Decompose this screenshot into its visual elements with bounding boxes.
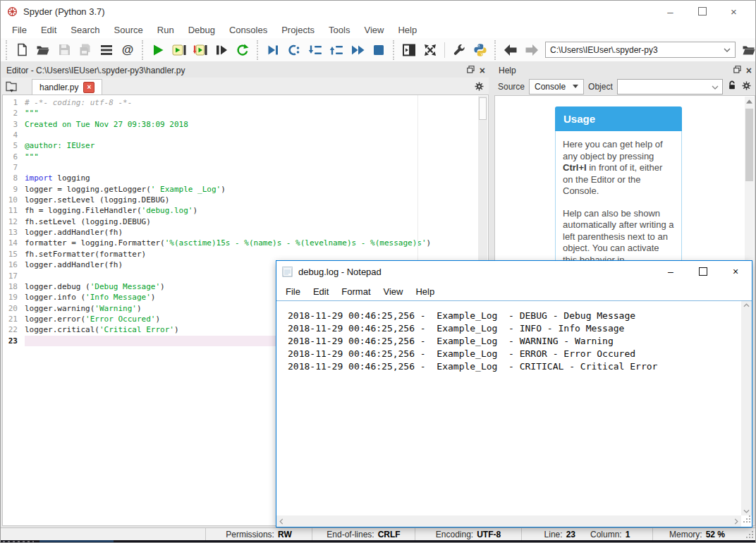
run-cell-icon[interactable] [169,40,190,60]
menu-item-edit[interactable]: Edit [34,23,63,37]
notepad-horizontal-scrollbar[interactable] [276,515,741,527]
line-number-11: 11 [3,205,21,216]
status-line: Line:23Column:1 [521,528,652,540]
scroll-left-icon [279,518,284,525]
menu-item-search[interactable]: Search [63,23,106,37]
tab-label: handler.py [39,83,78,92]
run-cell-advance-icon[interactable] [190,40,211,60]
fullscreen-icon[interactable] [420,40,441,60]
notepad-menu-format[interactable]: Format [335,284,377,299]
taskbar-active-app [39,540,114,543]
notepad-menu-help[interactable]: Help [409,284,441,299]
save-icon[interactable] [54,40,75,60]
step-into-icon[interactable] [305,40,326,60]
pythonpath-icon[interactable] [470,40,491,60]
scroll-up-icon [746,99,752,104]
object-label: Object [588,82,613,92]
minimize-icon[interactable]: – [654,1,686,22]
browse-dir-icon[interactable] [738,40,756,60]
menu-item-source[interactable]: Source [107,23,150,37]
menu-item-file[interactable]: File [5,23,34,37]
line-number-gutter: 1234567891011121314151617181920212223 [3,97,21,346]
line-number-13: 13 [3,227,21,238]
gear-icon[interactable] [474,81,484,92]
debug-toolbar-group [257,40,389,60]
open-file-icon[interactable] [32,40,54,60]
symbol-finder-icon[interactable]: @ [117,40,138,60]
object-combobox[interactable] [617,79,723,94]
close-icon[interactable]: × [719,261,752,282]
tab-handler-py[interactable]: handler.py × [32,79,102,95]
menu-item-run[interactable]: Run [150,23,181,37]
preferences-icon[interactable] [449,40,470,60]
notepad-menu-edit[interactable]: Edit [307,284,335,299]
log-line-1: 2018-11-29 00:46:25,256 - Example_Log - … [276,310,741,322]
tab-close-icon[interactable]: × [83,82,94,93]
resize-grip-icon [741,530,755,539]
code-line-8: import logging [25,173,478,183]
close-icon[interactable]: × [746,66,752,75]
help-scrollbar-thumb[interactable] [745,109,753,181]
menu-item-tools[interactable]: Tools [322,23,357,37]
menu-item-projects[interactable]: Projects [274,23,322,37]
status-encoding: Encoding:UTF-8 [415,528,521,540]
rerun-icon[interactable] [232,40,253,60]
stop-icon[interactable] [368,40,389,60]
notepad-text-area[interactable]: 2018-11-29 00:46:25,256 - Example_Log - … [276,301,741,515]
editor-pane-header: Editor - C:\Users\IEUser\.spyder-py3\han… [2,63,489,78]
minimize-icon[interactable]: – [654,261,687,282]
new-file-icon[interactable] [11,40,32,60]
gear-icon[interactable] [741,80,752,93]
code-line-4 [25,130,478,140]
code-line-13: logger.addHandler(fh) [25,227,478,238]
undock-icon[interactable] [467,66,475,75]
layout-toolbar-group [393,40,491,60]
scroll-up-icon [743,303,750,307]
line-number-21: 21 [3,314,21,324]
code-line-6: """ [25,152,478,162]
browse-tabs-icon[interactable] [2,79,22,94]
continue-icon[interactable] [347,40,368,60]
resize-grip-icon[interactable] [743,513,751,526]
maximize-icon[interactable] [686,1,718,22]
debug-icon[interactable] [262,40,284,60]
file-toolbar-group: @ [6,40,138,60]
save-all-icon[interactable] [75,40,96,60]
menu-item-help[interactable]: Help [391,23,424,37]
working-directory-combo[interactable]: C:\Users\IEUser\.spyder-py3 [545,42,736,58]
chevron-down-icon[interactable] [724,48,731,52]
menu-item-view[interactable]: View [357,23,391,37]
workdir-toolbar-group: C:\Users\IEUser\.spyder-py3 [494,40,756,60]
menu-item-consoles[interactable]: Consoles [222,23,274,37]
close-icon[interactable]: × [718,1,750,22]
notepad-vertical-scrollbar[interactable] [741,301,752,515]
notepad-window: debug.log - Notepad – × FileEditFormatVi… [276,260,752,527]
run-icon[interactable] [147,40,169,60]
line-number-23: 23 [3,336,21,346]
status-endoflines: End-of-lines:CRLF [312,528,415,540]
notepad-menu-view[interactable]: View [377,284,410,299]
code-line-12: fh.setLevel (logging.DEBUG) [25,216,478,227]
source-dropdown[interactable]: Console [529,79,584,94]
chevron-down-icon[interactable] [712,82,719,92]
back-icon[interactable] [500,40,521,60]
code-line-3: Created on Tue Nov 27 09:38:09 2018 [25,119,478,130]
file-switcher-icon[interactable] [96,40,117,60]
menu-item-debug[interactable]: Debug [181,23,222,37]
notepad-menu-file[interactable]: File [279,284,307,299]
step-out-icon[interactable] [326,40,347,60]
line-number-16: 16 [3,260,21,270]
step-over-icon[interactable] [284,40,305,60]
close-icon[interactable]: × [480,66,485,75]
maximize-pane-icon[interactable] [398,40,420,60]
forward-icon[interactable] [521,40,542,60]
run-selection-icon[interactable] [211,40,232,60]
lock-icon[interactable] [727,80,737,93]
maximize-icon[interactable] [687,261,719,282]
notepad-file-icon [282,266,293,277]
notepad-window-controls: – × [654,261,752,282]
editor-scrollbar-thumb[interactable] [479,97,487,120]
undock-icon[interactable] [733,66,741,75]
status-permissions: Permissions:RW [205,528,312,540]
line-number-9: 9 [3,184,21,195]
